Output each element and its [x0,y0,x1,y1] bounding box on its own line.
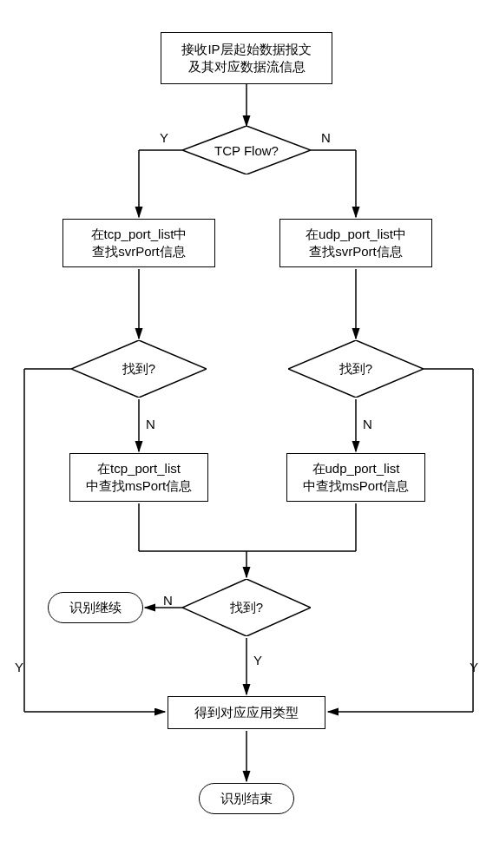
node-result-label: 得到对应应用类型 [194,704,299,721]
label-foundbottom-y: Y [253,653,262,667]
node-start-label: 接收IP层起始数据报文 及其对应数据流信息 [181,41,311,76]
node-end: 识别结束 [199,783,294,814]
node-udp-lookup-ms-label: 在udp_port_list 中查找msPort信息 [303,460,410,496]
node-tcp-lookup-svr-label: 在tcp_port_list中 查找svrPort信息 [91,226,187,261]
node-tcpflow: TCP Flow? [182,126,311,174]
node-udp-lookup-ms: 在udp_port_list 中查找msPort信息 [286,453,425,502]
node-found-left: 找到? [71,340,207,398]
node-found-bottom-label: 找到? [230,600,263,616]
node-tcp-lookup-ms-label: 在tcp_port_list 中查找msPort信息 [86,460,193,496]
node-tcp-lookup-svr: 在tcp_port_list中 查找svrPort信息 [62,219,215,267]
node-udp-lookup-svr: 在udp_port_list中 查找svrPort信息 [279,219,432,267]
label-foundbottom-n: N [163,593,173,608]
label-tcpflow-n: N [321,130,331,145]
node-found-bottom: 找到? [182,579,311,636]
label-foundright-n: N [363,417,372,431]
node-continue-label: 识别继续 [69,600,122,616]
label-tcpflow-y: Y [160,130,168,145]
node-continue: 识别继续 [48,592,143,623]
node-found-left-label: 找到? [122,361,155,378]
node-tcpflow-label: TCP Flow? [214,143,279,158]
node-tcp-lookup-ms: 在tcp_port_list 中查找msPort信息 [69,453,208,502]
node-start: 接收IP层起始数据报文 及其对应数据流信息 [161,32,332,84]
node-result: 得到对应应用类型 [168,696,325,729]
node-found-right: 找到? [288,340,424,398]
node-found-right-label: 找到? [339,361,372,378]
node-udp-lookup-svr-label: 在udp_port_list中 查找svrPort信息 [306,226,406,261]
label-foundright-y: Y [470,660,478,674]
label-foundleft-y: Y [15,660,23,674]
node-end-label: 识别结束 [220,791,273,807]
label-foundleft-n: N [146,417,155,431]
